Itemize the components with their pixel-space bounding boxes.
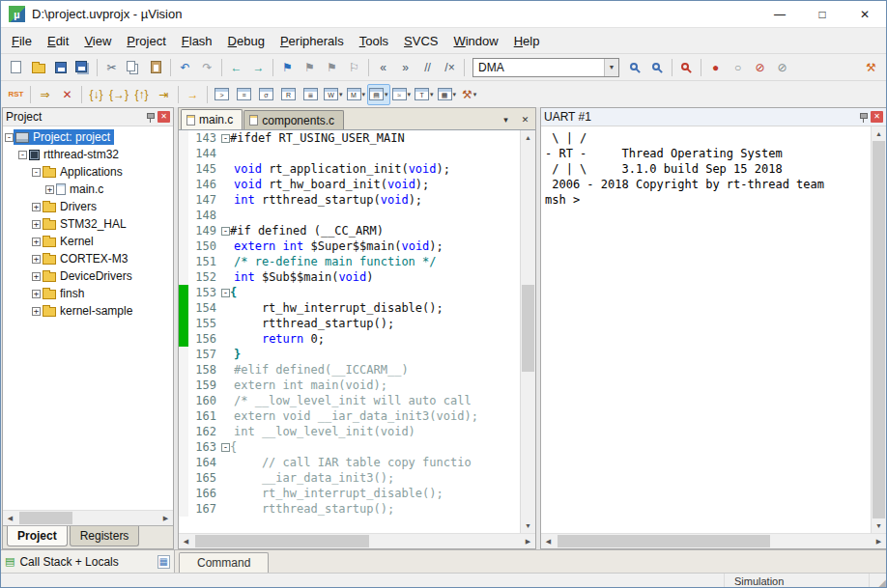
tree-expander-icon[interactable]: - [18,151,27,159]
tree-item-kernel-sample[interactable]: +kernel-sample [3,302,173,320]
tree-expander-icon[interactable]: + [32,255,41,264]
close-file-icon[interactable]: ✕ [518,112,532,126]
scroll-thumb[interactable] [19,512,72,524]
breakpoint-margin[interactable] [179,161,188,177]
resize-grip[interactable]: ◢ [870,574,886,588]
breakpoint-margin[interactable] [179,455,188,470]
code-line-165[interactable]: 165 __iar_data_init3(); [179,470,520,486]
breakpoint-margin[interactable] [179,192,188,208]
scroll-thumb[interactable] [558,535,770,547]
breakpoint-margin[interactable] [179,408,188,424]
layout-grid-icon[interactable]: ▦ [157,555,170,569]
menu-window[interactable]: Window [445,31,505,51]
bookmark-previous-button[interactable]: ⚑ [299,57,321,78]
disassembly-window-button[interactable]: ≡ [233,84,255,105]
breakpoint-margin[interactable] [179,347,188,362]
code-line-158[interactable]: 158#elif defined(__ICCARM__) [179,362,520,378]
fold-toggle-icon[interactable]: - [221,134,230,143]
code-line-166[interactable]: 166 rt_hw_interrupt_disable(); [179,486,520,501]
tree-item-rtthread-stm32[interactable]: -rtthread-stm32 [3,146,173,163]
dropdown-arrow-icon[interactable]: ▾ [430,91,434,98]
code-line-156[interactable]: 156 return 0; [179,331,520,347]
uncomment-selection-button[interactable]: /× [439,57,461,78]
breakpoint-toggle-button[interactable]: ● [704,57,727,78]
combo-dropdown-icon[interactable]: ▼ [604,59,618,76]
breakpoint-kill-all-button[interactable]: ⊘ [771,57,793,78]
breakpoint-margin[interactable] [179,223,188,238]
dropdown-arrow-icon[interactable]: ▾ [362,91,366,98]
tree-expander-icon[interactable]: + [32,238,41,246]
close-panel-icon[interactable]: ✕ [157,111,170,123]
bookmark-next-button[interactable]: ⚑ [321,57,343,78]
close-button[interactable]: ✕ [844,1,886,27]
code-line-155[interactable]: 155 rtthread_startup(); [179,316,520,331]
scroll-thumb[interactable] [873,141,885,518]
menu-help[interactable]: Help [506,31,548,51]
tree-item-drivers[interactable]: +Drivers [3,198,173,215]
menu-view[interactable]: View [76,31,119,51]
reset-cpu-button[interactable]: RST [5,84,27,105]
code-line-157[interactable]: 157} [179,347,520,362]
scroll-track[interactable] [556,534,872,548]
toolbox-button[interactable]: ⚒▾ [458,84,480,105]
comment-selection-button[interactable]: // [416,57,439,78]
tree-item-cortex-m3[interactable]: +CORTEX-M3 [3,250,173,267]
tree-expander-icon[interactable]: + [32,220,41,229]
fold-toggle-icon[interactable]: - [221,443,230,452]
scroll-left-icon[interactable]: ◀ [3,511,17,525]
show-next-statement-button[interactable]: → [182,84,204,105]
fold-toggle-icon[interactable]: - [221,227,230,236]
menu-project[interactable]: Project [119,31,173,51]
breakpoint-margin[interactable] [179,378,188,393]
scroll-thumb[interactable] [522,285,534,372]
breakpoint-margin[interactable] [179,424,188,439]
command-window-button[interactable]: > [211,84,233,105]
scroll-up-icon[interactable]: ▲ [521,130,535,145]
target-options-button[interactable]: ⚒ [860,57,882,78]
callstack-panel-button[interactable]: ▤ Call Stack + Locals ▦ [1,550,175,573]
scroll-left-icon[interactable]: ◀ [179,534,193,548]
code-line-152[interactable]: 152int $Sub$$main(void) [179,269,520,285]
open-file-button[interactable] [27,57,49,78]
scroll-right-icon[interactable]: ▶ [521,534,535,548]
save-all-button[interactable] [72,57,94,78]
change-bar-icon[interactable] [179,316,188,331]
code-line-144[interactable]: 144 [179,146,520,161]
step-over-button[interactable]: {→} [107,84,130,105]
call-stack-window-button[interactable]: ≣ [300,84,322,105]
breakpoint-margin[interactable] [179,208,188,223]
tree-expander-icon[interactable]: + [32,307,41,316]
breakpoint-margin[interactable] [179,470,188,486]
code-line-143[interactable]: 143-#ifdef RT_USING_USER_MAIN [179,130,520,146]
menu-flash[interactable]: Flash [174,31,220,51]
tab-main-c[interactable]: main.c [181,109,243,129]
editor-hscrollbar[interactable]: ◀ ▶ [179,533,535,548]
find-button[interactable] [646,57,669,78]
scroll-up-icon[interactable]: ▲ [872,126,886,141]
tree-expander-icon[interactable]: - [32,168,41,177]
scroll-right-icon[interactable]: ▶ [872,534,886,548]
editor-vscrollbar[interactable]: ▲ ▼ [520,130,535,533]
code-area[interactable]: 143-#ifdef RT_USING_USER_MAIN144145void … [179,130,520,533]
step-out-button[interactable]: {↑} [130,84,153,105]
code-line-162[interactable]: 162int __low_level_init(void) [179,424,520,439]
scroll-right-icon[interactable]: ▶ [158,511,173,525]
bookmark-toggle-button[interactable]: ⚑ [276,57,299,78]
dropdown-arrow-icon[interactable]: ▾ [453,91,457,98]
symbol-window-button[interactable]: σ [255,84,277,105]
breakpoint-margin[interactable] [179,439,188,455]
new-file-button[interactable] [5,57,27,78]
stop-button[interactable]: ✕ [56,84,78,105]
tree-item-devicedrivers[interactable]: +DeviceDrivers [3,267,173,285]
tree-expander-icon[interactable]: + [45,185,54,194]
memory-windows-button[interactable]: M▾ [345,84,368,105]
watch-windows-button[interactable]: W▾ [322,84,345,105]
tab-project[interactable]: Project [7,526,68,546]
breakpoint-margin[interactable] [179,501,188,517]
find-in-files-button[interactable] [624,57,646,78]
code-line-150[interactable]: 150extern int $Super$$main(void); [179,238,520,254]
breakpoint-margin[interactable] [179,238,188,254]
code-line-154[interactable]: 154 rt_hw_interrupt_disable(); [179,300,520,316]
menu-edit[interactable]: Edit [40,31,76,51]
breakpoint-margin[interactable] [179,146,188,161]
